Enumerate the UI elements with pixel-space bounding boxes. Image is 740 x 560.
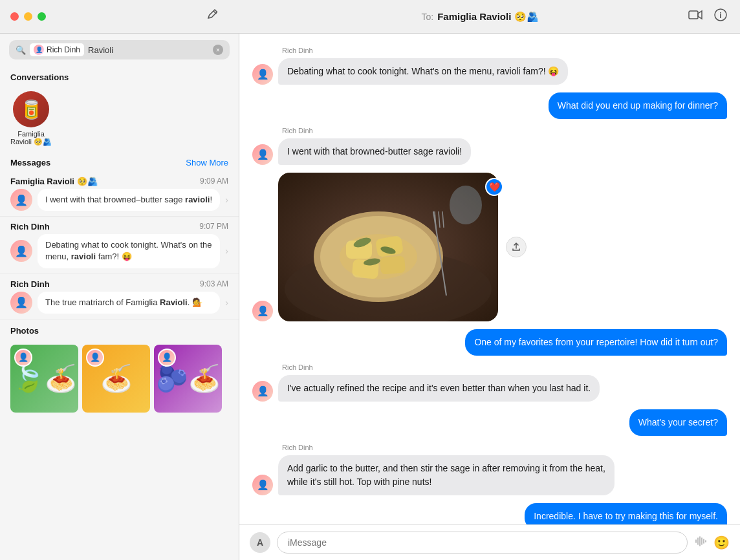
photos-grid: 🍃🍝 👤 🍝 👤 🫐🍝 👤 [10, 345, 239, 413]
conversation-avatar: 🥫 [13, 91, 49, 127]
message-row-1: What did you end up making for dinner? [252, 92, 727, 119]
messages-section-title: Messages [10, 158, 50, 167]
photo-avatar-2: 👤 [158, 349, 176, 367]
conversation-title: Famiglia Ravioli 🥺🫂 [437, 11, 538, 23]
maximize-button[interactable] [38, 12, 46, 21]
message-result-avatar-0: 👤 [10, 189, 32, 211]
photo-thumb-0[interactable]: 🍃🍝 👤 [10, 345, 78, 413]
chevron-icon-2: › [225, 297, 228, 308]
photos-section: Photos 🍃🍝 👤 🍝 👤 🫐🍝 👤 [0, 319, 239, 419]
sidebar: 🔍 👤 Rich Dinh × Conversations 🥫 Famiglia… [0, 34, 239, 560]
message-result-row-0: 👤 I went with that browned–butter sage r… [10, 189, 228, 211]
message-group-7: Rich Dinh 👤 Add garlic to the butter, an… [252, 444, 727, 495]
message-result-time-0: 9:09 AM [200, 177, 228, 186]
messages-section-header: Messages Show More [0, 151, 239, 171]
message-bubble-5: I've actually refined the recipe and it'… [278, 375, 600, 402]
message-bubble-7: Add garlic to the butter, and then stir … [278, 455, 615, 495]
search-input[interactable] [88, 45, 209, 55]
message-result-name-0: Famiglia Ravioli 🥺🫂 [10, 177, 98, 186]
message-result-name-1: Rich Dinh [10, 222, 50, 232]
message-result-bubble-1: Debating what to cook tonight. What's on… [38, 234, 220, 268]
header-icons: i [688, 8, 727, 25]
message-result-time-1: 9:07 PM [199, 222, 228, 232]
svg-point-20 [450, 186, 482, 224]
chat-area: Rich Dinh 👤 Debating what to cook tonigh… [239, 34, 740, 560]
highlight-text: ravioli [185, 195, 210, 204]
sender-name-0: Rich Dinh [282, 47, 727, 54]
photo-thumb-2[interactable]: 🫐🍝 👤 [154, 345, 222, 413]
sender-name-7: Rich Dinh [282, 444, 727, 451]
message-result-header-2: Rich Dinh 9:03 AM [10, 279, 228, 289]
traffic-lights [0, 9, 239, 24]
message-group-2: Rich Dinh 👤 I went with that browned-but… [252, 127, 727, 165]
conversation-avatar-emoji: 🥫 [20, 99, 43, 120]
highlight-text-2: Ravioli [160, 297, 188, 307]
photo-thumb-1[interactable]: 🍝 👤 [82, 345, 150, 413]
chat-avatar-2: 👤 [252, 144, 273, 165]
audio-input-button[interactable] [694, 535, 707, 551]
highlight-text-1: ravioli [71, 252, 96, 261]
message-result-row-2: 👤 The true matriarch of Famiglia Ravioli… [10, 292, 228, 314]
chat-avatar-5: 👤 [252, 381, 273, 402]
conversation-item-famiglia[interactable]: 🥫 FamigliaRavioli 🥺🫂 [10, 91, 52, 146]
apps-button[interactable]: A [250, 532, 270, 553]
conversations-section-title: Conversations [0, 66, 239, 86]
message-row-8: Incredible. I have to try making this fo… [252, 503, 727, 524]
chat-avatar-7: 👤 [252, 475, 273, 495]
search-input-wrap: 🔍 👤 Rich Dinh × [9, 40, 230, 59]
chat-messages: Rich Dinh 👤 Debating what to cook tonigh… [239, 34, 740, 524]
message-result-avatar-1: 👤 [10, 240, 32, 262]
photos-section-title: Photos [10, 326, 239, 339]
message-row-7: 👤 Add garlic to the butter, and then sti… [252, 455, 727, 495]
ravioli-image [278, 173, 498, 321]
chat-avatar-0: 👤 [252, 64, 273, 85]
svg-point-15 [340, 234, 417, 279]
message-row-6: What's your secret? [252, 409, 727, 436]
video-call-button[interactable] [688, 10, 702, 23]
message-bubble-0: Debating what to cook tonight. What's on… [278, 58, 568, 85]
message-result-header-1: Rich Dinh 9:07 PM [10, 222, 228, 232]
chevron-icon-0: › [225, 195, 228, 205]
conversations-list: 🥫 FamigliaRavioli 🥺🫂 [0, 86, 239, 151]
message-group-4: One of my favorites from your repertoire… [252, 329, 727, 356]
message-group-5: Rich Dinh 👤 I've actually refined the re… [252, 363, 727, 402]
chat-header: To: Famiglia Ravioli 🥺🫂 i [239, 8, 740, 25]
search-clear-button[interactable]: × [213, 45, 223, 55]
search-bar: 🔍 👤 Rich Dinh × [0, 34, 239, 66]
heart-reaction-badge: ❤️ [485, 178, 503, 196]
app-body: 🔍 👤 Rich Dinh × Conversations 🥫 Famiglia… [0, 34, 740, 560]
message-group-8: Incredible. I have to try making this fo… [252, 503, 727, 524]
compose-button[interactable] [207, 9, 219, 24]
title-bar: To: Famiglia Ravioli 🥺🫂 i [0, 0, 740, 34]
to-label: To: [421, 12, 433, 22]
message-row-0: 👤 Debating what to cook tonight. What's … [252, 58, 727, 85]
chat-input-bar: A 🙂 [239, 524, 740, 560]
minimize-button[interactable] [24, 12, 32, 21]
message-result-avatar-2: 👤 [10, 292, 32, 314]
message-bubble-8: Incredible. I have to try making this fo… [525, 503, 727, 524]
message-bubble-6: What's your secret? [629, 409, 727, 436]
close-button[interactable] [10, 12, 19, 21]
svg-rect-1 [689, 11, 698, 19]
share-button[interactable] [506, 237, 527, 257]
chat-avatar-3: 👤 [252, 301, 273, 321]
sender-name-5: Rich Dinh [282, 363, 727, 371]
message-group-1: What did you end up making for dinner? [252, 92, 727, 119]
emoji-button[interactable]: 🙂 [713, 535, 730, 550]
image-message-wrap: ❤️ [278, 173, 498, 321]
message-result-0[interactable]: Famiglia Ravioli 🥺🫂 9:09 AM 👤 I went wit… [0, 171, 239, 217]
message-result-1[interactable]: Rich Dinh 9:07 PM 👤 Debating what to coo… [0, 217, 239, 274]
chevron-icon-1: › [225, 246, 228, 256]
message-result-bubble-2: The true matriarch of Famiglia Ravioli. … [38, 292, 220, 314]
photo-avatar-0: 👤 [14, 349, 32, 367]
search-tag-avatar: 👤 [34, 45, 44, 55]
photo-avatar-1: 👤 [86, 349, 104, 367]
message-group-0: Rich Dinh 👤 Debating what to cook tonigh… [252, 47, 727, 85]
info-button[interactable]: i [714, 8, 727, 25]
message-input[interactable] [277, 532, 688, 554]
message-bubble-1: What did you end up making for dinner? [549, 92, 727, 119]
message-result-2[interactable]: Rich Dinh 9:03 AM 👤 The true matriarch o… [0, 274, 239, 319]
message-group-3: 👤 [252, 173, 727, 321]
message-row-3: 👤 [252, 173, 727, 321]
show-more-button[interactable]: Show More [186, 158, 228, 167]
